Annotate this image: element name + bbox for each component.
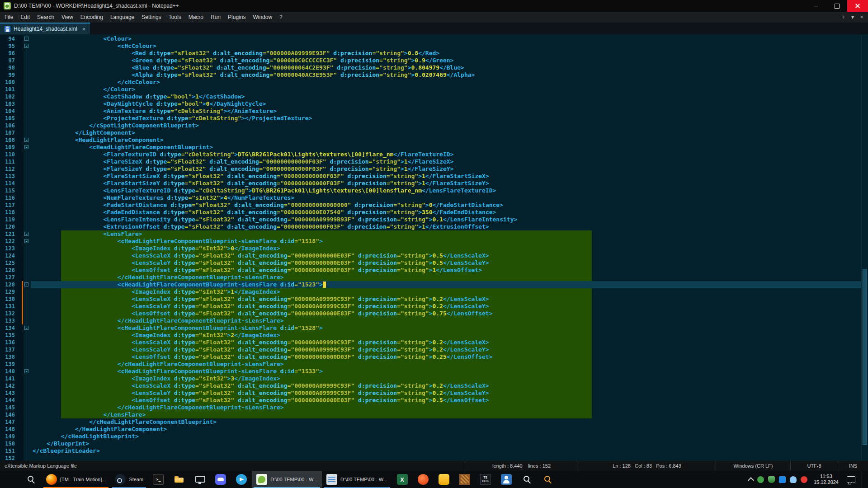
bookmark-margin[interactable] bbox=[17, 144, 24, 151]
menu-file[interactable]: File bbox=[1, 12, 17, 23]
code-line-text[interactable]: <FlareSizeX d:type="sFloat32" d:alt_enco… bbox=[31, 158, 868, 165]
fold-margin[interactable] bbox=[24, 180, 31, 187]
line-number[interactable]: 95 bbox=[0, 42, 17, 50]
code-line-text[interactable]: </cHcColour> bbox=[31, 79, 868, 86]
bookmark-margin[interactable] bbox=[17, 404, 24, 411]
fold-margin[interactable] bbox=[24, 129, 31, 136]
bookmark-margin[interactable] bbox=[17, 100, 24, 108]
eol-format-label[interactable]: Windows (CR LF) bbox=[716, 461, 790, 471]
bookmark-margin[interactable] bbox=[17, 230, 24, 238]
bookmark-margin[interactable] bbox=[17, 411, 24, 418]
fold-margin[interactable]: - bbox=[24, 42, 31, 50]
code-line-text[interactable]: <cHeadLightFlareComponentBlueprint> bbox=[31, 144, 868, 151]
bookmark-margin[interactable] bbox=[17, 136, 24, 144]
code-line-text[interactable]: <LensOffset d:type="sFloat32" d:alt_enco… bbox=[31, 267, 868, 274]
bookmark-margin[interactable] bbox=[17, 361, 24, 368]
bookmark-margin[interactable] bbox=[17, 93, 24, 100]
taskbar-app-telegram[interactable] bbox=[231, 471, 252, 488]
code-line-text[interactable]: <FlareSizeY d:type="sFloat32" d:alt_enco… bbox=[31, 165, 868, 173]
fold-margin[interactable]: - bbox=[24, 238, 31, 245]
fold-margin[interactable] bbox=[24, 397, 31, 404]
line-number[interactable]: 104 bbox=[0, 108, 17, 115]
fold-margin[interactable] bbox=[24, 418, 31, 426]
tab-close-icon[interactable]: × bbox=[82, 26, 86, 33]
bookmark-margin[interactable] bbox=[17, 447, 24, 455]
code-line-text[interactable]: <cHcColour> bbox=[31, 42, 868, 50]
fold-margin[interactable] bbox=[24, 209, 31, 216]
taskbar-app-magnifier-orange[interactable] bbox=[538, 471, 558, 488]
chevron-up-tray-icon[interactable] bbox=[748, 477, 754, 483]
fold-margin[interactable] bbox=[24, 100, 31, 108]
code-line-text[interactable]: </cHeadLightFlareComponentBlueprint-sLen… bbox=[31, 361, 868, 368]
bookmark-margin[interactable] bbox=[17, 375, 24, 382]
line-number[interactable]: 97 bbox=[0, 57, 17, 64]
fold-collapse-icon[interactable]: - bbox=[24, 145, 28, 149]
line-number[interactable]: 139 bbox=[0, 361, 17, 368]
fold-margin[interactable] bbox=[24, 252, 31, 259]
line-number[interactable]: 125 bbox=[0, 259, 17, 267]
line-number[interactable]: 122 bbox=[0, 238, 17, 245]
bookmark-margin[interactable] bbox=[17, 115, 24, 122]
line-number[interactable]: 138 bbox=[0, 353, 17, 361]
line-number[interactable]: 113 bbox=[0, 173, 17, 180]
line-number[interactable]: 143 bbox=[0, 389, 17, 397]
fold-margin[interactable] bbox=[24, 433, 31, 440]
menu-encoding[interactable]: Encoding bbox=[77, 12, 107, 23]
line-number[interactable]: 116 bbox=[0, 194, 17, 202]
line-number[interactable]: 105 bbox=[0, 115, 17, 122]
menu-help[interactable]: ? bbox=[276, 12, 286, 23]
fold-margin[interactable] bbox=[24, 411, 31, 418]
menu-edit[interactable]: Edit bbox=[17, 12, 33, 23]
close-tab-button[interactable]: × bbox=[858, 14, 865, 21]
scrollbar-thumb[interactable] bbox=[863, 269, 867, 445]
bookmark-margin[interactable] bbox=[17, 86, 24, 93]
code-line-text[interactable]: <FlareStartSizeY d:type="sFloat32" d:alt… bbox=[31, 180, 868, 187]
fold-margin[interactable] bbox=[24, 165, 31, 173]
fold-margin[interactable] bbox=[24, 173, 31, 180]
bookmark-margin[interactable] bbox=[17, 368, 24, 375]
bookmark-margin[interactable] bbox=[17, 71, 24, 79]
code-line-text[interactable]: <ProjectedTexture d:type="cDeltaString">… bbox=[31, 115, 868, 122]
code-line-text[interactable]: <LensScaleY d:type="sFloat32" d:alt_enco… bbox=[31, 303, 868, 310]
code-line-text[interactable]: </cHeadLightBlueprint> bbox=[31, 433, 868, 440]
menu-search[interactable]: Search bbox=[33, 12, 58, 23]
line-number[interactable]: 102 bbox=[0, 93, 17, 100]
line-number[interactable]: 142 bbox=[0, 382, 17, 389]
bookmark-margin[interactable] bbox=[17, 57, 24, 64]
fold-margin[interactable] bbox=[24, 389, 31, 397]
code-line-text[interactable]: <DayNightCycle d:type="bool">0</DayNight… bbox=[31, 100, 868, 108]
fold-margin[interactable] bbox=[24, 274, 31, 281]
fold-margin[interactable] bbox=[24, 259, 31, 267]
fold-margin[interactable] bbox=[24, 194, 31, 202]
fold-margin[interactable] bbox=[24, 50, 31, 57]
line-number[interactable]: 94 bbox=[0, 35, 17, 42]
line-number[interactable]: 145 bbox=[0, 404, 17, 411]
line-number[interactable]: 123 bbox=[0, 245, 17, 252]
bookmark-margin[interactable] bbox=[17, 339, 24, 346]
bookmark-margin[interactable] bbox=[17, 397, 24, 404]
line-number[interactable]: 98 bbox=[0, 64, 17, 71]
bookmark-margin[interactable] bbox=[17, 194, 24, 202]
menu-tools[interactable]: Tools bbox=[165, 12, 185, 23]
code-line-text[interactable]: <ImageIndex d:type="sInt32">2</ImageInde… bbox=[31, 332, 868, 339]
fold-collapse-icon[interactable]: - bbox=[24, 369, 28, 373]
fold-margin[interactable] bbox=[24, 426, 31, 433]
bookmark-margin[interactable] bbox=[17, 238, 24, 245]
line-number[interactable]: 132 bbox=[0, 310, 17, 317]
code-line-text[interactable]: <Alpha d:type="sFloat32" d:alt_encoding=… bbox=[31, 71, 868, 79]
fold-margin[interactable]: - bbox=[24, 144, 31, 151]
line-number[interactable]: 96 bbox=[0, 50, 17, 57]
bookmark-margin[interactable] bbox=[17, 216, 24, 223]
bookmark-margin[interactable] bbox=[17, 108, 24, 115]
line-number[interactable]: 108 bbox=[0, 136, 17, 144]
fold-collapse-icon[interactable]: - bbox=[24, 37, 28, 41]
code-line-text[interactable]: <FlareTextureID d:type="cDeltaString">DT… bbox=[31, 151, 868, 158]
taskbar-window-steam[interactable]: Steam bbox=[110, 471, 148, 488]
taskbar-app-explorer[interactable] bbox=[169, 471, 189, 488]
tab-list-button[interactable]: ▾ bbox=[849, 14, 856, 21]
new-tab-button[interactable]: + bbox=[840, 14, 847, 21]
bookmark-margin[interactable] bbox=[17, 259, 24, 267]
fold-margin[interactable] bbox=[24, 303, 31, 310]
code-line-text[interactable]: <LensOffset d:type="sFloat32" d:alt_enco… bbox=[31, 310, 868, 317]
menu-run[interactable]: Run bbox=[207, 12, 224, 23]
